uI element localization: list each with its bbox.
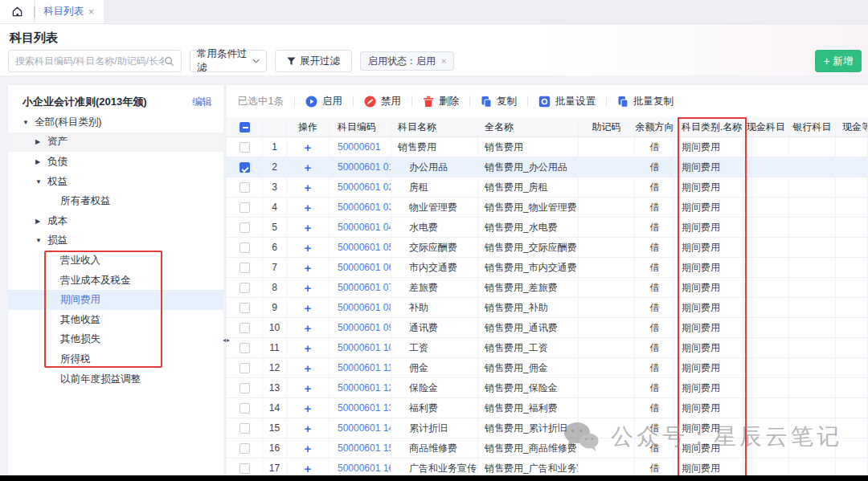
add-child-icon[interactable]: + <box>305 222 312 234</box>
tree-item-3[interactable]: ▼权益 <box>8 172 223 192</box>
tree-right-arrow-icon[interactable]: ▶ <box>35 218 43 225</box>
toolbar-button-0[interactable]: 启用 <box>305 95 342 108</box>
expand-filter-button[interactable]: 展开过滤 <box>275 50 352 72</box>
table-row[interactable]: 9+50000601 08补助销售费用_补助借期间费用 <box>227 298 868 318</box>
subject-code-link[interactable]: 50000601 04 <box>330 218 391 237</box>
row-checkbox[interactable] <box>240 182 250 193</box>
toolbar-button-1[interactable]: 禁用 <box>364 95 401 108</box>
table-row[interactable]: 5+50000601 04水电费销售费用_水电费借期间费用 <box>227 218 868 238</box>
table-row[interactable]: 1+50000601销售费用销售费用借期间费用 <box>227 137 868 157</box>
add-child-icon[interactable]: + <box>305 282 312 294</box>
row-checkbox[interactable] <box>240 403 250 414</box>
edit-link[interactable]: 编辑 <box>192 96 212 109</box>
table-row[interactable]: 2+50000601 01办公用品销售费用_办公用品借期间费用 <box>227 157 868 177</box>
row-checkbox[interactable] <box>240 303 250 313</box>
subject-code-link[interactable]: 50000601 14 <box>330 418 391 438</box>
toolbar-button-2[interactable]: 删除 <box>423 95 459 108</box>
table-row[interactable]: 15+50000601 14累计折旧销售费用_累计折旧借期间费用 <box>227 418 868 438</box>
tree-item-8[interactable]: 营业成本及税金 <box>8 271 223 291</box>
row-checkbox[interactable] <box>240 283 250 293</box>
tree-item-5[interactable]: ▶成本 <box>8 211 223 231</box>
subject-code-link[interactable]: 50000601 01 <box>330 157 391 177</box>
select-all-checkbox[interactable] <box>240 122 250 132</box>
table-row[interactable]: 10+50000601 09通讯费销售费用_通讯费借期间费用 <box>227 318 868 338</box>
row-checkbox[interactable] <box>240 263 250 273</box>
add-child-icon[interactable]: + <box>305 141 312 153</box>
table-row[interactable]: 3+50000601 02房租销售费用_房租借期间费用 <box>227 177 868 198</box>
add-child-icon[interactable]: + <box>305 202 312 214</box>
search-input[interactable] <box>15 55 164 67</box>
add-child-icon[interactable]: + <box>305 302 312 314</box>
row-checkbox[interactable] <box>240 202 250 213</box>
table-row[interactable]: 8+50000601 07差旅费销售费用_差旅费借期间费用 <box>227 278 868 298</box>
add-child-icon[interactable]: + <box>305 161 312 173</box>
tree-item-9[interactable]: 期间费用 <box>8 290 223 310</box>
filter-tag-close-icon[interactable]: × <box>441 56 446 66</box>
add-child-icon[interactable]: + <box>305 362 312 374</box>
subject-code-link[interactable]: 50000601 03 <box>330 198 391 217</box>
subject-code-link[interactable]: 50000601 15 <box>330 438 391 458</box>
row-checkbox[interactable] <box>240 383 250 393</box>
panel-splitter-handle[interactable]: ◂▸ <box>223 334 239 345</box>
tree-right-arrow-icon[interactable]: ▶ <box>35 138 43 145</box>
table-row[interactable]: 14+50000601 13福利费销售费用_福利费借期间费用 <box>227 398 868 418</box>
table-row[interactable]: 7+50000601 06市内交通费销售费用_市内交通费借期间费用 <box>227 258 868 278</box>
subject-code-link[interactable]: 50000601 08 <box>330 298 391 317</box>
add-child-icon[interactable]: + <box>305 463 312 475</box>
add-child-icon[interactable]: + <box>305 242 312 254</box>
row-checkbox[interactable] <box>240 142 250 153</box>
subject-code-link[interactable]: 50000601 05 <box>330 238 391 257</box>
add-child-icon[interactable]: + <box>305 382 312 394</box>
subject-code-link[interactable]: 50000601 06 <box>330 258 391 277</box>
table-row[interactable]: 4+50000601 03物业管理费销售费用_物业管理费借期间费用 <box>227 198 868 218</box>
table-row[interactable]: 13+50000601 12保险金销售费用_保险金借期间费用 <box>227 378 868 398</box>
subject-code-link[interactable]: 50000601 02 <box>330 177 391 197</box>
tree-item-4[interactable]: 所有者权益 <box>8 191 223 211</box>
row-checkbox[interactable] <box>240 222 250 233</box>
tree-down-arrow-icon[interactable]: ▼ <box>23 119 31 126</box>
row-checkbox[interactable] <box>240 423 250 434</box>
add-button[interactable]: + 新增 <box>815 50 862 72</box>
row-checkbox[interactable] <box>240 343 250 353</box>
tree-down-arrow-icon[interactable]: ▼ <box>35 178 43 185</box>
add-child-icon[interactable]: + <box>305 181 312 194</box>
table-row[interactable]: 6+50000601 05交际应酬费销售费用_交际应酬费借期间费用 <box>227 238 868 258</box>
toolbar-button-4[interactable]: 批量设置 <box>538 95 596 108</box>
toolbar-button-3[interactable]: 复制 <box>481 95 517 108</box>
tree-down-arrow-icon[interactable]: ▼ <box>35 237 43 244</box>
add-child-icon[interactable]: + <box>305 402 312 414</box>
tree-item-0[interactable]: ▼全部(科目类别) <box>8 112 223 132</box>
subject-code-link[interactable]: 50000601 07 <box>330 278 391 297</box>
tab-close-icon[interactable]: × <box>88 6 94 18</box>
row-checkbox[interactable] <box>240 363 250 373</box>
subject-code-link[interactable]: 50000601 11 <box>330 358 391 377</box>
add-child-icon[interactable]: + <box>305 422 312 434</box>
table-row[interactable]: 12+50000601 11佣金销售费用_佣金借期间费用 <box>227 358 868 378</box>
subject-code-link[interactable]: 50000601 09 <box>330 318 391 337</box>
add-child-icon[interactable]: + <box>305 262 312 274</box>
table-row[interactable]: 16+50000601 15商品维修费销售费用_商品维修费借期间费用 <box>227 438 868 459</box>
tree-item-1[interactable]: ▶资产 <box>8 132 223 153</box>
add-child-icon[interactable]: + <box>305 322 312 334</box>
tree-item-11[interactable]: 其他损失 <box>8 330 223 350</box>
row-checkbox[interactable] <box>240 443 250 454</box>
subject-code-link[interactable]: 50000601 13 <box>330 398 391 418</box>
tree-item-13[interactable]: 以前年度损益调整 <box>8 369 223 389</box>
tree-item-2[interactable]: ▶负债 <box>8 152 223 172</box>
tree-right-arrow-icon[interactable]: ▶ <box>35 158 43 165</box>
tree-item-6[interactable]: ▼损益 <box>8 231 223 251</box>
row-checkbox[interactable] <box>240 463 250 474</box>
home-button[interactable] <box>0 0 34 23</box>
condition-filter-dropdown[interactable]: 常用条件过滤 <box>190 50 267 72</box>
table-row[interactable]: 11+50000601 10工资销售费用_工资借期间费用 <box>227 338 868 358</box>
subject-code-link[interactable]: 50000601 10 <box>330 338 391 357</box>
toolbar-button-5[interactable]: 批量复制 <box>617 95 674 108</box>
tab-subject-list[interactable]: 科目列表 × <box>35 0 104 23</box>
subject-code-link[interactable]: 50000601 12 <box>330 378 391 397</box>
subject-code-link[interactable]: 50000601 <box>330 137 391 157</box>
add-child-icon[interactable]: + <box>305 442 312 455</box>
row-checkbox[interactable] <box>240 243 250 253</box>
search-box[interactable] <box>8 50 182 72</box>
tree-item-10[interactable]: 其他收益 <box>8 310 223 330</box>
row-checkbox[interactable] <box>240 323 250 333</box>
